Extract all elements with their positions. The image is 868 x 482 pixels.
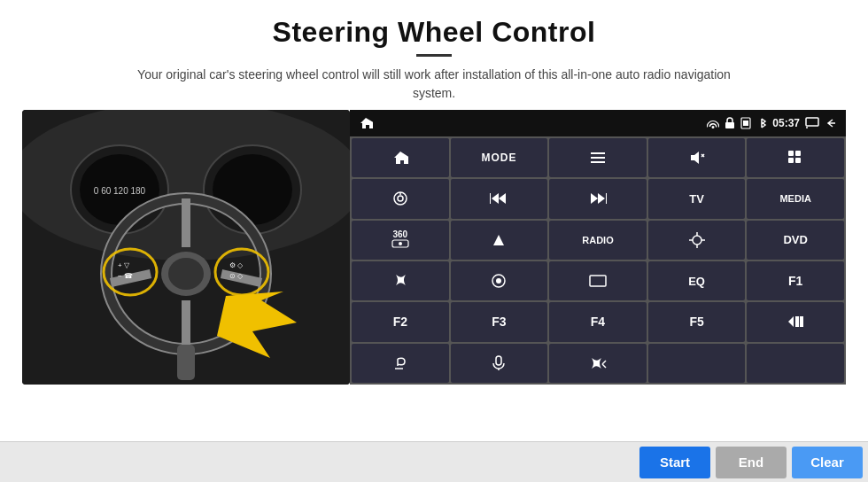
btn-r4c2[interactable] xyxy=(451,261,548,300)
svg-rect-34 xyxy=(795,151,801,156)
home-icon xyxy=(359,116,373,130)
btn-r2c3[interactable] xyxy=(549,179,647,218)
bottom-bar: Start End Clear xyxy=(0,441,868,482)
wifi-icon xyxy=(707,117,719,129)
svg-rect-36 xyxy=(795,158,801,163)
status-time: 05:37 xyxy=(772,117,800,129)
svg-marker-43 xyxy=(591,193,598,204)
svg-rect-33 xyxy=(788,151,794,156)
svg-rect-23 xyxy=(725,122,734,128)
cast-icon xyxy=(805,117,819,129)
page-wrapper: Steering Wheel Control Your original car… xyxy=(0,0,868,482)
btn-r1c3[interactable] xyxy=(549,138,647,177)
btn-r4c4[interactable]: EQ xyxy=(648,261,746,300)
clear-button[interactable]: Clear xyxy=(792,447,863,478)
btn-r5c4[interactable]: F5 xyxy=(648,302,746,341)
btn-r3c1[interactable]: 360 xyxy=(352,221,449,260)
svg-point-47 xyxy=(399,242,402,245)
btn-r1c2[interactable]: MODE xyxy=(451,138,548,177)
content-area: 0 60 120 180 + ▽ xyxy=(0,110,868,441)
btn-r2c2[interactable] xyxy=(451,179,548,218)
lock-icon xyxy=(725,117,735,129)
svg-rect-59 xyxy=(800,316,803,327)
btn-r3c4[interactable] xyxy=(648,221,746,260)
svg-text:−  ☎: − ☎ xyxy=(118,272,133,280)
svg-marker-40 xyxy=(499,193,506,204)
svg-marker-57 xyxy=(788,316,794,327)
title-divider xyxy=(416,54,452,57)
btn-r6c3[interactable] xyxy=(549,344,647,383)
btn-r4c3[interactable] xyxy=(549,261,647,300)
btn-r1c5[interactable] xyxy=(747,138,844,177)
btn-r5c5[interactable] xyxy=(747,302,844,341)
status-bar: 05:37 xyxy=(350,110,846,136)
svg-text:⊙ ◇: ⊙ ◇ xyxy=(229,272,244,280)
svg-rect-26 xyxy=(806,118,818,126)
status-right: 05:37 xyxy=(707,117,837,129)
btn-r6c1[interactable] xyxy=(352,344,449,383)
svg-rect-22 xyxy=(177,345,195,380)
btn-r6c2[interactable] xyxy=(451,344,548,383)
control-panel: 05:37 MODETVMEDIA360RADIODVDEQF1F2F3F4F5 xyxy=(350,110,846,385)
button-grid: MODETVMEDIA360RADIODVDEQF1F2F3F4F5 xyxy=(350,136,846,385)
car-image: 0 60 120 180 + ▽ xyxy=(22,110,350,385)
btn-r4c1[interactable] xyxy=(352,261,449,300)
btn-r6c5[interactable] xyxy=(747,344,844,383)
svg-text:+ ▽: + ▽ xyxy=(118,261,130,269)
btn-r4c5[interactable]: F1 xyxy=(747,261,844,300)
btn-r3c3[interactable]: RADIO xyxy=(549,221,647,260)
btn-r5c1[interactable]: F2 xyxy=(352,302,449,341)
svg-text:0 60 120 180: 0 60 120 180 xyxy=(94,186,146,196)
btn-r1c1[interactable] xyxy=(352,138,449,177)
end-button[interactable]: End xyxy=(716,447,787,478)
btn-r5c2[interactable]: F3 xyxy=(451,302,548,341)
sim-icon xyxy=(740,117,751,129)
svg-rect-61 xyxy=(496,356,501,365)
bluetooth-icon xyxy=(756,117,767,129)
svg-rect-35 xyxy=(788,158,794,163)
status-left xyxy=(359,116,373,130)
svg-text:⚙ ◇: ⚙ ◇ xyxy=(229,261,244,269)
btn-r2c4[interactable]: TV xyxy=(648,179,746,218)
subtitle: Your original car's steering wheel contr… xyxy=(124,66,744,103)
svg-point-49 xyxy=(693,236,701,245)
svg-rect-56 xyxy=(590,276,606,286)
btn-r1c4[interactable] xyxy=(648,138,746,177)
svg-point-38 xyxy=(398,196,403,201)
btn-r3c2[interactable] xyxy=(451,221,548,260)
btn-r5c3[interactable]: F4 xyxy=(549,302,647,341)
svg-rect-58 xyxy=(795,316,799,327)
svg-marker-48 xyxy=(493,235,504,245)
btn-r3c5[interactable]: DVD xyxy=(747,221,844,260)
btn-r2c1[interactable] xyxy=(352,179,449,218)
btn-r6c4[interactable] xyxy=(648,344,746,383)
svg-rect-25 xyxy=(743,120,748,126)
svg-marker-44 xyxy=(598,193,605,204)
page-title: Steering Wheel Control xyxy=(18,16,850,49)
svg-marker-41 xyxy=(492,193,499,204)
title-section: Steering Wheel Control Your original car… xyxy=(0,0,868,110)
back-icon xyxy=(825,117,837,129)
start-button[interactable]: Start xyxy=(639,447,710,478)
btn-r2c5[interactable]: MEDIA xyxy=(747,179,844,218)
svg-point-55 xyxy=(496,278,501,284)
svg-point-14 xyxy=(168,258,204,290)
